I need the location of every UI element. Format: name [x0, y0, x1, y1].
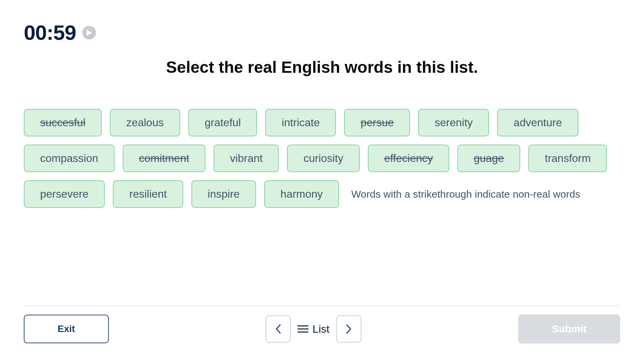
list-button[interactable]: List [298, 323, 329, 335]
chevron-right-icon [346, 324, 352, 334]
word-chip[interactable]: persue [344, 109, 410, 136]
list-label: List [312, 323, 329, 335]
hint-text: Words with a strikethrough indicate non-… [347, 188, 580, 200]
word-chip[interactable]: grateful [188, 109, 257, 136]
play-icon[interactable] [82, 26, 96, 39]
footer-divider [24, 305, 620, 306]
chevron-left-icon [275, 324, 281, 334]
word-chip[interactable]: compassion [24, 145, 115, 172]
word-chip[interactable]: inspire [191, 180, 256, 208]
word-chip[interactable]: guage [457, 145, 520, 172]
next-button[interactable] [336, 315, 361, 343]
prev-button[interactable] [266, 315, 291, 343]
word-chip[interactable]: resilient [113, 180, 183, 208]
word-chip[interactable]: persevere [24, 180, 105, 208]
word-chip[interactable]: intricate [265, 109, 336, 136]
play-triangle-icon [87, 30, 92, 36]
words-container: succesfulzealousgratefulintricatepersues… [24, 109, 620, 208]
submit-button[interactable]: Submit [518, 314, 620, 344]
word-chip[interactable]: adventure [497, 109, 578, 136]
word-chip[interactable]: harmony [264, 180, 339, 208]
word-chip[interactable]: vibrant [214, 145, 279, 172]
word-chip[interactable]: effeciency [368, 145, 450, 172]
word-chip[interactable]: zealous [110, 109, 180, 136]
page-title: Select the real English words in this li… [0, 58, 644, 77]
list-icon [298, 325, 308, 333]
word-chip[interactable]: succesful [24, 109, 102, 136]
nav-center: List [266, 315, 361, 343]
timer-row: 00:59 [24, 20, 96, 45]
word-chip[interactable]: curiosity [287, 145, 359, 172]
footer: Exit List Submit [24, 314, 620, 344]
word-chip[interactable]: comitment [123, 145, 206, 172]
timer-display: 00:59 [24, 20, 76, 45]
word-chip[interactable]: transform [528, 145, 607, 172]
exit-button[interactable]: Exit [24, 315, 109, 343]
word-chip[interactable]: serenity [418, 109, 489, 136]
